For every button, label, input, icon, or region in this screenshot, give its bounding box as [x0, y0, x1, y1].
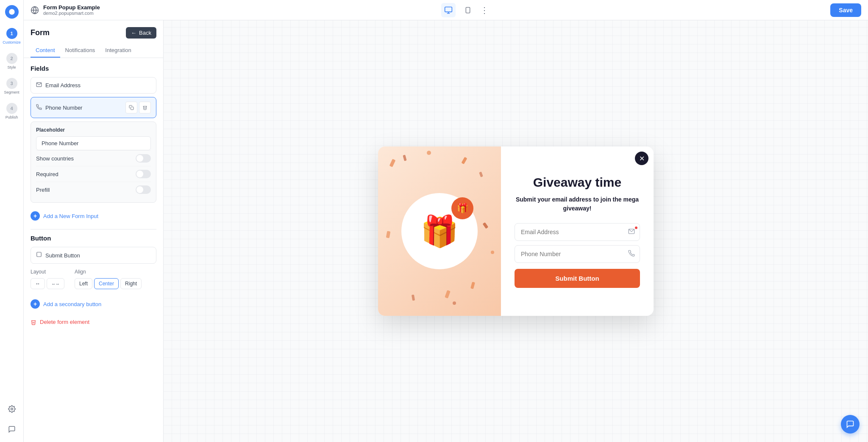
svg-point-23 [491, 251, 494, 254]
settings-nav-btn[interactable] [4, 401, 19, 417]
layout-btn-1[interactable]: ↔ [31, 278, 45, 289]
layout-group: Layout ↔ ↔↔ [31, 269, 64, 289]
nav-number-3: 3 [6, 78, 17, 89]
topbar-url: demo2.popupsmart.com [43, 11, 100, 16]
svg-rect-13 [403, 155, 406, 161]
add-secondary-label: Add a secondary button [43, 301, 101, 307]
svg-rect-12 [389, 159, 396, 167]
delete-form-element-btn[interactable]: Delete form element [31, 319, 156, 325]
popup-title: Giveaway time [533, 175, 621, 190]
button-icon [36, 251, 42, 259]
add-form-input-btn[interactable]: + Add a New Form Input [31, 208, 156, 224]
topbar: Form Popup Example demo2.popupsmart.com … [24, 0, 868, 20]
gift-badge: 🎁 [451, 197, 473, 219]
popup-email-icon [628, 228, 635, 236]
copy-field-btn[interactable] [125, 102, 137, 113]
svg-rect-14 [461, 157, 467, 164]
tab-integration[interactable]: Integration [100, 44, 136, 58]
sidebar-item-style[interactable]: 2 Style [2, 50, 22, 72]
field-phone-label: Phone Number [45, 105, 122, 111]
field-email[interactable]: Email Address [31, 77, 156, 94]
nav-bottom [4, 401, 19, 437]
email-icon [36, 82, 42, 89]
submit-button-label: Submit Button [45, 252, 151, 259]
topbar-info: Form Popup Example demo2.popupsmart.com [43, 4, 100, 16]
desktop-view-btn[interactable] [441, 3, 456, 17]
svg-point-21 [427, 151, 431, 155]
chat-widget-btn[interactable] [841, 415, 860, 434]
popup-phone-input[interactable] [515, 245, 640, 263]
placeholder-label: Placeholder [36, 127, 151, 133]
sidebar-item-segment[interactable]: 3 Segment [2, 75, 22, 97]
align-right-btn[interactable]: Right [120, 278, 142, 289]
required-row: Required [36, 166, 151, 182]
tab-notifications[interactable]: Notifications [60, 44, 100, 58]
svg-point-22 [453, 301, 456, 305]
prefill-label: Prefill [36, 187, 50, 193]
align-center-btn[interactable]: Center [94, 278, 119, 289]
sidebar-label-publish: Publish [6, 115, 18, 119]
required-dot [635, 227, 637, 229]
form-panel: Form ← Back Content Notifications Integr… [24, 20, 164, 442]
field-phone[interactable]: Phone Number [31, 97, 156, 118]
popup: ✕ 🎁 [378, 146, 654, 316]
add-input-icon: + [31, 211, 40, 221]
placeholder-input[interactable] [36, 136, 151, 150]
popup-email-input[interactable] [515, 223, 640, 241]
close-icon: ✕ [639, 155, 645, 163]
save-button[interactable]: Save [830, 3, 861, 17]
layout-btn-2[interactable]: ↔↔ [47, 278, 64, 289]
popup-subtitle: Submit your email address to join the me… [515, 195, 640, 213]
add-input-label: Add a New Form Input [43, 213, 98, 219]
main-preview: ✕ 🎁 [164, 20, 868, 442]
submit-button-item[interactable]: Submit Button [31, 247, 156, 264]
fields-section-title: Fields [31, 65, 156, 72]
chat-support-btn[interactable] [4, 422, 19, 437]
svg-point-8 [11, 408, 13, 410]
align-left-btn[interactable]: Left [75, 278, 92, 289]
sidebar-item-publish[interactable]: 4 Publish [2, 100, 22, 122]
app-logo[interactable] [5, 5, 19, 19]
svg-rect-11 [37, 252, 42, 257]
tab-content[interactable]: Content [31, 44, 60, 58]
back-button[interactable]: ← Back [126, 27, 156, 39]
svg-rect-15 [479, 171, 483, 177]
delete-field-btn[interactable] [139, 102, 151, 113]
panel-tabs: Content Notifications Integration [24, 39, 163, 58]
gift-icon: 🎁 [420, 213, 459, 249]
popup-submit-btn[interactable]: Submit Button [515, 269, 640, 288]
required-toggle[interactable] [136, 170, 151, 178]
nav-number-1: 1 [6, 28, 17, 39]
phone-icon [36, 104, 42, 111]
nav-number-2: 2 [6, 53, 17, 64]
svg-rect-2 [445, 7, 452, 12]
trash-icon [31, 319, 36, 325]
mobile-view-btn[interactable] [461, 3, 475, 17]
required-label: Required [36, 171, 58, 177]
nav-number-4: 4 [6, 103, 17, 114]
prefill-toggle[interactable] [136, 185, 151, 194]
svg-rect-19 [412, 295, 415, 301]
svg-rect-17 [483, 222, 489, 229]
add-secondary-btn[interactable]: + Add a secondary button [31, 296, 156, 312]
show-countries-label: Show countries [36, 155, 74, 162]
show-countries-row: Show countries [36, 150, 151, 166]
field-phone-actions [125, 102, 151, 113]
delete-label: Delete form element [40, 319, 89, 325]
svg-point-7 [9, 9, 14, 14]
add-secondary-icon: + [31, 299, 40, 309]
prefill-row: Prefill [36, 182, 151, 197]
panel-header: Form ← Back [24, 20, 163, 39]
svg-rect-18 [445, 290, 451, 298]
more-menu-btn[interactable]: ⋮ [480, 5, 489, 15]
show-countries-toggle[interactable] [136, 154, 151, 163]
popup-close-btn[interactable]: ✕ [635, 152, 648, 165]
phone-settings-panel: Placeholder Show countries Required Pref… [31, 122, 156, 203]
sidebar-label-customize: Customize [3, 40, 21, 44]
layout-group-label: Layout [31, 269, 64, 275]
popup-right-panel: Giveaway time Submit your email address … [501, 146, 654, 316]
align-options: Left Center Right [75, 278, 142, 289]
popup-phone-field [515, 245, 640, 263]
sidebar-item-customize[interactable]: 1 Customize [2, 25, 22, 47]
field-email-label: Email Address [45, 82, 151, 88]
